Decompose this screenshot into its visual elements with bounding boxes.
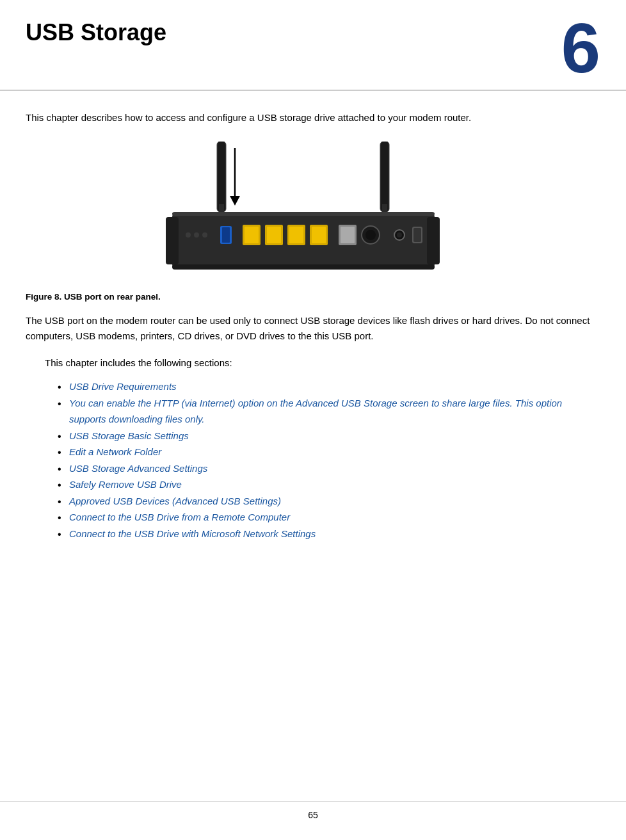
figure-caption: Figure 8. USB port on rear panel. <box>26 292 600 302</box>
svg-point-23 <box>365 230 376 240</box>
list-item-label: Connect to the USB Drive from a Remote C… <box>69 512 290 522</box>
svg-point-31 <box>202 232 207 238</box>
list-item-connect-microsoft[interactable]: Connect to the USB Drive with Microsoft … <box>58 526 600 542</box>
list-item-safely-remove[interactable]: Safely Remove USB Drive <box>58 476 600 493</box>
svg-rect-15 <box>267 227 281 243</box>
list-item-label: Edit a Network Folder <box>69 446 161 457</box>
svg-rect-28 <box>172 264 435 270</box>
svg-rect-21 <box>341 227 355 243</box>
list-item-label: You can enable the HTTP (via Internet) o… <box>69 398 562 425</box>
list-item-usb-basic-settings[interactable]: USB Storage Basic Settings <box>58 428 600 444</box>
list-item-usb-advanced-settings[interactable]: USB Storage Advanced Settings <box>58 460 600 477</box>
router-image-container <box>26 141 600 282</box>
list-item-label: Safely Remove USB Drive <box>69 479 182 490</box>
page-content: This chapter describes how to access and… <box>0 91 626 567</box>
router-image <box>153 141 473 282</box>
chapter-title: USB Storage <box>26 19 166 46</box>
page-container: USB Storage 6 This chapter describes how… <box>0 0 626 840</box>
svg-rect-7 <box>172 212 435 216</box>
svg-point-30 <box>194 232 199 238</box>
page-number: 65 <box>308 810 318 820</box>
svg-rect-2 <box>217 141 226 212</box>
svg-point-25 <box>397 232 402 238</box>
svg-point-29 <box>186 232 191 238</box>
list-item-edit-network-folder[interactable]: Edit a Network Folder <box>58 444 600 460</box>
list-item-label: Approved USB Devices (Advanced USB Setti… <box>69 496 281 506</box>
page-header: USB Storage 6 <box>0 0 626 91</box>
sections-intro: This chapter includes the following sect… <box>45 355 600 371</box>
intro-text: This chapter describes how to access and… <box>26 110 600 125</box>
list-item-label: USB Drive Requirements <box>69 381 177 392</box>
list-item-approved-devices[interactable]: Approved USB Devices (Advanced USB Setti… <box>58 493 600 510</box>
svg-rect-8 <box>166 217 179 264</box>
list-item-label: USB Storage Basic Settings <box>69 430 189 441</box>
svg-rect-17 <box>289 227 303 243</box>
chapter-number: 6 <box>561 13 600 83</box>
list-item[interactable]: You can enable the HTTP (via Internet) o… <box>58 395 600 428</box>
page-footer: 65 <box>0 801 626 821</box>
section-list: USB Drive Requirements You can enable th… <box>58 378 600 542</box>
svg-rect-4 <box>380 141 389 212</box>
svg-rect-13 <box>245 227 259 243</box>
list-item-label: Connect to the USB Drive with Microsoft … <box>69 528 316 539</box>
svg-marker-1 <box>230 196 240 206</box>
svg-rect-19 <box>312 227 326 243</box>
svg-rect-27 <box>413 228 421 242</box>
list-item-connect-remote[interactable]: Connect to the USB Drive from a Remote C… <box>58 509 600 526</box>
svg-rect-11 <box>222 227 230 243</box>
svg-rect-9 <box>427 217 440 264</box>
list-item-label: USB Storage Advanced Settings <box>69 463 207 474</box>
body-text: The USB port on the modem router can be … <box>26 313 600 344</box>
list-item[interactable]: USB Drive Requirements <box>58 378 600 395</box>
